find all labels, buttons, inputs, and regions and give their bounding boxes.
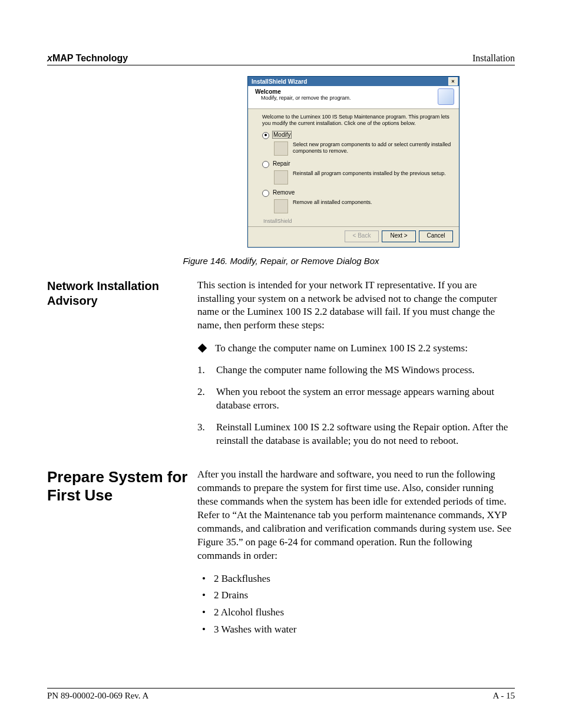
step-number xyxy=(197,386,209,413)
network-steps-list: Change the computer name following the M… xyxy=(197,364,515,448)
list-item: 3 Washes with water xyxy=(197,623,515,637)
step-number xyxy=(197,421,209,448)
list-item: 2 Drains xyxy=(197,589,515,602)
radio-modify-icon[interactable] xyxy=(262,132,269,139)
option-modify-desc: Select new program components to add or … xyxy=(293,141,452,155)
page-header: xMAP Technology Installation xyxy=(47,53,515,65)
option-remove-label: Remove xyxy=(273,189,295,196)
footer-right: A - 15 xyxy=(493,691,515,701)
close-icon[interactable]: × xyxy=(448,77,458,85)
prepare-para: After you install the hardware and softw… xyxy=(197,468,515,563)
option-repair-desc: Reinstall all program components install… xyxy=(293,170,446,177)
step-text: When you reboot the system an error mess… xyxy=(216,386,515,413)
step-text: Reinstall Luminex 100 IS 2.2 software us… xyxy=(216,421,515,448)
footer-left: PN 89-00002-00-069 Rev. A xyxy=(47,691,148,701)
list-item: 2 Alcohol flushes xyxy=(197,606,515,620)
installshield-dialog: InstallShield Wizard × Welcome Modify, r… xyxy=(247,76,459,248)
option-modify[interactable]: Modify xyxy=(262,131,452,139)
step-text: Change the computer name following the M… xyxy=(216,364,475,377)
brand-rest: MAP Technology xyxy=(52,53,128,63)
heading-network-advisory: Network Installation Advisory xyxy=(47,279,197,308)
dialog-intro: Welcome to the Luminex 100 IS Setup Main… xyxy=(262,114,449,127)
list-item: 2 Backflushes xyxy=(197,572,515,586)
step-number xyxy=(197,364,209,377)
dialog-title: InstallShield Wizard xyxy=(252,78,307,85)
dialog-logo-icon xyxy=(438,88,454,105)
page-footer: PN 89-00002-00-069 Rev. A A - 15 xyxy=(47,688,515,701)
network-advisory-para: This section is intended for your networ… xyxy=(197,279,515,333)
option-modify-label: Modify xyxy=(273,131,291,138)
repair-icon xyxy=(274,170,288,185)
header-section: Installation xyxy=(472,53,515,64)
radio-remove-icon[interactable] xyxy=(262,190,269,197)
prepare-bullets: 2 Backflushes 2 Drains 2 Alcohol flushes… xyxy=(197,572,515,637)
modify-icon xyxy=(274,141,288,156)
diamond-text: To change the computer name on Luminex 1… xyxy=(215,342,468,355)
diamond-list-item: To change the computer name on Luminex 1… xyxy=(197,342,515,355)
brand-x: x xyxy=(47,53,52,63)
header-brand: xMAP Technology xyxy=(47,53,128,64)
option-remove-desc: Remove all installed components. xyxy=(293,199,372,206)
heading-prepare-system: Prepare System for First Use xyxy=(47,468,197,505)
dialog-header: Welcome Modify, repair, or remove the pr… xyxy=(248,86,459,109)
figure-caption: Figure 146. Modify, Repair, or Remove Di… xyxy=(47,256,515,266)
remove-icon xyxy=(274,199,288,213)
radio-repair-icon[interactable] xyxy=(262,161,269,168)
dialog-titlebar: InstallShield Wizard × xyxy=(248,77,459,86)
diamond-bullet-icon xyxy=(198,344,207,353)
dialog-brand-label: InstallShield xyxy=(263,218,452,224)
cancel-button[interactable]: Cancel xyxy=(419,230,453,242)
next-button[interactable]: Next > xyxy=(382,230,416,242)
option-repair[interactable]: Repair xyxy=(262,160,452,168)
option-repair-label: Repair xyxy=(273,160,290,167)
dialog-welcome-sub: Modify, repair, or remove the program. xyxy=(261,95,351,101)
dialog-welcome-title: Welcome xyxy=(255,88,351,95)
option-remove[interactable]: Remove xyxy=(262,189,452,197)
back-button: < Back xyxy=(345,230,379,242)
